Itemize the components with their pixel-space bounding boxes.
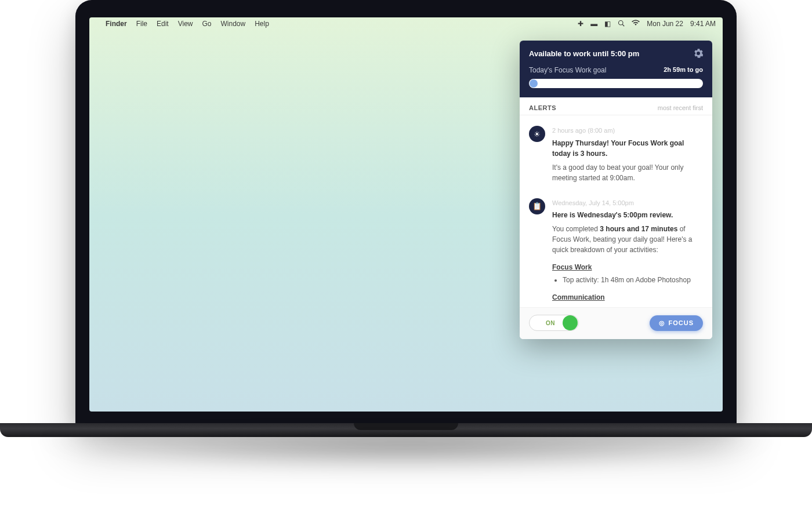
status-app-icon[interactable]: ✚ bbox=[578, 20, 583, 28]
focus-popover: Available to work until 5:00 pm Today's … bbox=[520, 41, 712, 339]
battery-icon[interactable]: ▬ bbox=[590, 20, 597, 28]
alerts-header: ALERTS most recent first bbox=[520, 97, 712, 115]
section-heading: Focus Work bbox=[552, 262, 703, 272]
alert-body: You completed 3 hours and 17 minutes of … bbox=[552, 224, 703, 255]
alert-title: Happy Thursday! Your Focus Work goal tod… bbox=[552, 138, 703, 159]
alert-item: ☀ 2 hours ago (8:00 am) Happy Thursday! … bbox=[520, 115, 712, 188]
target-icon: ◎ bbox=[659, 319, 665, 327]
alert-timestamp: Wednesday, July 14, 5:00pm bbox=[552, 198, 703, 208]
progress-thumb bbox=[530, 79, 538, 88]
alerts-heading: ALERTS bbox=[529, 104, 556, 111]
menubar: Finder File Edit View Go Window Help ✚ ▬… bbox=[89, 17, 723, 30]
menubar-item-go[interactable]: Go bbox=[202, 20, 212, 28]
toggle-label: ON bbox=[546, 320, 555, 326]
menubar-date[interactable]: Mon Jun 22 bbox=[647, 20, 683, 28]
menubar-item-help[interactable]: Help bbox=[255, 20, 269, 28]
menubar-app[interactable]: Finder bbox=[106, 20, 127, 28]
menubar-item-file[interactable]: File bbox=[136, 20, 147, 28]
popover-header: Available to work until 5:00 pm Today's … bbox=[520, 41, 712, 97]
availability-title: Available to work until 5:00 pm bbox=[529, 49, 639, 58]
clipboard-icon: 📋 bbox=[529, 198, 545, 214]
sunrise-icon: ☀ bbox=[529, 126, 545, 142]
tracking-toggle[interactable]: ON bbox=[529, 315, 579, 331]
alert-item: 📋 Wednesday, July 14, 5:00pm Here is Wed… bbox=[520, 188, 712, 308]
svg-line-1 bbox=[623, 24, 625, 26]
menubar-time[interactable]: 9:41 AM bbox=[690, 20, 716, 28]
alert-title: Here is Wednesday's 5:00pm review. bbox=[552, 210, 703, 220]
focus-button[interactable]: ◎ FOCUS bbox=[650, 315, 704, 331]
alerts-sort: most recent first bbox=[658, 104, 703, 111]
section-heading: Communication bbox=[552, 292, 703, 303]
search-icon[interactable] bbox=[618, 20, 625, 28]
gear-icon[interactable] bbox=[694, 49, 703, 58]
progress-track bbox=[529, 79, 703, 88]
status-tray-icon[interactable]: ◧ bbox=[604, 20, 611, 28]
menubar-item-edit[interactable]: Edit bbox=[157, 20, 169, 28]
wifi-icon[interactable] bbox=[632, 20, 640, 28]
activity-item: Top activity: 1h 48m on Adobe Photoshop bbox=[563, 275, 703, 285]
alert-timestamp: 2 hours ago (8:00 am) bbox=[552, 126, 703, 136]
toggle-knob bbox=[563, 315, 578, 330]
goal-label: Today's Focus Work goal bbox=[529, 66, 606, 74]
popover-footer: ON ◎ FOCUS bbox=[520, 307, 712, 339]
focus-button-label: FOCUS bbox=[669, 319, 694, 326]
svg-point-0 bbox=[619, 20, 624, 25]
menubar-item-window[interactable]: Window bbox=[221, 20, 246, 28]
time-remaining: 2h 59m to go bbox=[664, 66, 703, 74]
menubar-item-view[interactable]: View bbox=[178, 20, 193, 28]
alert-body: It's a good day to beat your goal! Your … bbox=[552, 162, 703, 183]
